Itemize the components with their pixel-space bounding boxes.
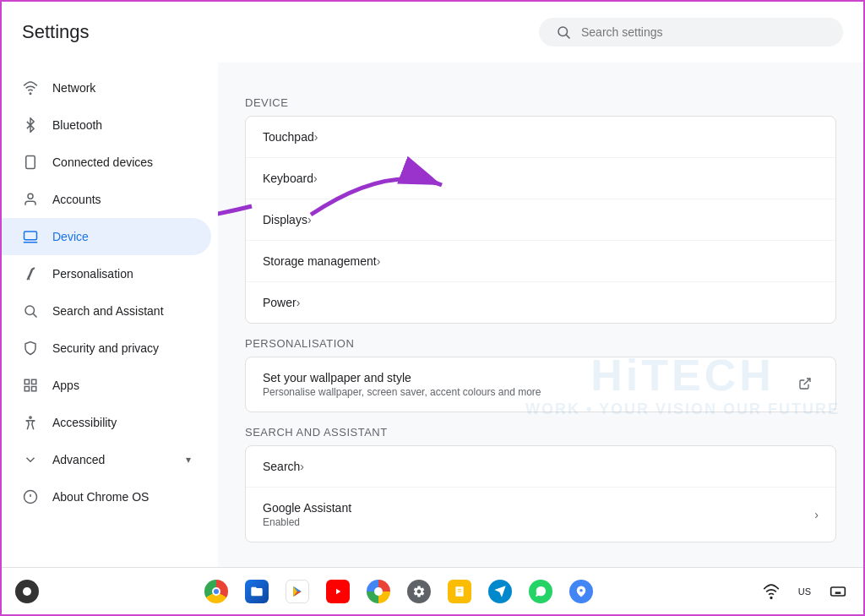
bluetooth-icon	[22, 117, 39, 134]
person-icon	[22, 191, 39, 208]
external-link-icon	[798, 377, 812, 393]
youtube-icon	[326, 580, 350, 603]
sidebar-item-personalisation-label: Personalisation	[52, 267, 133, 281]
sidebar-item-security-label: Security and privacy	[52, 341, 159, 355]
sidebar-item-network[interactable]: Network	[2, 69, 211, 106]
search-section-title: Search and Assistant	[245, 426, 836, 439]
sidebar-item-security-and-privacy[interactable]: Security and privacy	[2, 330, 211, 367]
taskbar-apps	[198, 573, 600, 610]
sidebar-item-device[interactable]: Device	[2, 218, 211, 255]
main-layout: Network Bluetooth Connected devices	[2, 63, 863, 567]
svg-point-0	[558, 27, 568, 36]
advanced-arrow: ▾	[186, 454, 191, 466]
phone-icon	[22, 154, 39, 171]
whatsapp-icon	[529, 580, 552, 603]
taskbar-files[interactable]	[238, 573, 275, 610]
svg-point-31	[770, 597, 772, 598]
keyboard-item[interactable]: Keyboard ›	[246, 158, 835, 199]
power-item[interactable]: Power ›	[246, 282, 835, 323]
search-icon	[556, 25, 571, 40]
sidebar: Network Bluetooth Connected devices	[2, 63, 218, 567]
sidebar-item-personalisation[interactable]: Personalisation	[2, 255, 211, 292]
svg-point-5	[28, 194, 33, 199]
taskbar-photos[interactable]	[360, 573, 397, 610]
search-bar[interactable]	[539, 18, 843, 46]
personalisation-card: Set your wallpaper and style Personalise…	[245, 357, 836, 412]
sidebar-item-accounts[interactable]: Accounts	[2, 181, 211, 218]
play-store-icon	[286, 580, 309, 603]
sidebar-item-search-label: Search and Assistant	[52, 304, 164, 318]
storage-arrow: ›	[377, 254, 381, 268]
sidebar-item-advanced[interactable]: Advanced ▾	[2, 441, 211, 478]
wallpaper-item[interactable]: Set your wallpaper and style Personalise…	[246, 357, 835, 412]
google-assistant-item[interactable]: Google Assistant Enabled ›	[246, 488, 835, 542]
sidebar-item-advanced-label: Advanced	[52, 453, 105, 466]
search-arrow: ›	[300, 460, 304, 473]
taskbar-chrome[interactable]	[198, 573, 235, 610]
taskbar-system-tray: US	[753, 573, 857, 610]
search-input[interactable]	[581, 25, 826, 39]
keyboard-tray-icon	[830, 583, 846, 600]
search-item[interactable]: Search ›	[246, 446, 835, 488]
svg-rect-11	[32, 379, 36, 384]
svg-point-8	[25, 306, 35, 315]
wifi-icon	[22, 79, 39, 96]
header: Settings	[2, 2, 863, 63]
svg-line-21	[804, 379, 810, 384]
touchpad-arrow: ›	[314, 130, 318, 144]
taskbar-youtube[interactable]	[319, 573, 356, 610]
laptop-icon	[22, 228, 39, 245]
svg-line-9	[33, 313, 36, 317]
keyboard-tray[interactable]	[819, 573, 857, 610]
sidebar-item-search-and-assistant[interactable]: Search and Assistant	[2, 292, 211, 330]
svg-rect-10	[24, 379, 29, 384]
maps-icon	[569, 580, 593, 603]
taskbar-keep[interactable]	[441, 573, 478, 610]
svg-marker-26	[336, 588, 340, 594]
taskbar-telegram[interactable]	[481, 573, 519, 610]
sidebar-item-network-label: Network	[52, 81, 95, 95]
photos-icon	[367, 580, 390, 603]
touchpad-item[interactable]: Touchpad ›	[246, 117, 835, 158]
network-tray[interactable]	[753, 573, 790, 610]
storage-management-item[interactable]: Storage management ›	[246, 241, 835, 282]
sidebar-item-apps[interactable]: Apps	[2, 367, 211, 404]
search-assistant-card: Search › Google Assistant Enabled ›	[245, 445, 836, 542]
sidebar-item-connected-devices[interactable]: Connected devices	[2, 144, 211, 181]
sidebar-item-about[interactable]: About Chrome OS	[2, 478, 211, 515]
accessibility-icon	[22, 414, 39, 431]
sidebar-item-device-label: Device	[52, 230, 89, 243]
chevron-down-icon	[22, 451, 39, 468]
assistant-subtitle: Enabled	[263, 516, 814, 528]
device-section-title: Device	[245, 96, 836, 109]
taskbar-whatsapp[interactable]	[522, 573, 559, 610]
power-arrow: ›	[296, 296, 301, 309]
search-small-icon	[22, 303, 39, 319]
taskbar-settings[interactable]	[400, 573, 438, 610]
grid-icon	[22, 377, 39, 394]
shield-icon	[22, 340, 39, 357]
personalisation-section-title: Personalisation	[245, 337, 836, 350]
svg-rect-32	[831, 587, 846, 596]
displays-arrow: ›	[307, 213, 312, 226]
brush-icon	[22, 265, 39, 282]
keep-icon	[448, 580, 471, 603]
taskbar-record-button[interactable]	[8, 573, 46, 610]
info-icon	[22, 488, 39, 505]
sidebar-item-accessibility-label: Accessibility	[52, 416, 117, 429]
svg-point-2	[30, 93, 31, 95]
sidebar-item-accessibility[interactable]: Accessibility	[2, 404, 211, 441]
main-content: HiTECH WORK • YOUR VISION OUR FUTURE Dev…	[218, 63, 863, 567]
files-icon	[245, 580, 269, 603]
taskbar-play-store[interactable]	[279, 573, 316, 610]
wallpaper-title: Set your wallpaper and style	[263, 371, 798, 384]
sidebar-item-bluetooth[interactable]: Bluetooth	[2, 106, 211, 144]
sidebar-item-apps-label: Apps	[52, 379, 79, 392]
locale-button[interactable]: US	[793, 573, 816, 610]
assistant-arrow: ›	[814, 508, 819, 521]
wallpaper-subtitle: Personalise wallpaper, screen saver, acc…	[263, 386, 798, 398]
taskbar-maps[interactable]	[563, 573, 600, 610]
svg-line-1	[566, 35, 569, 38]
displays-item[interactable]: Displays ›	[246, 199, 835, 241]
sidebar-item-connected-devices-label: Connected devices	[52, 155, 153, 169]
